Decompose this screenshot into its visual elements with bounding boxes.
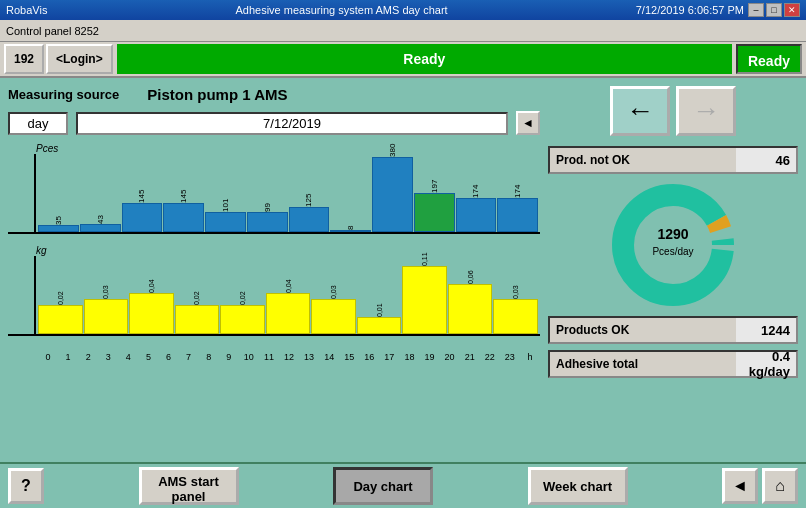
kg-bar-label: 0,03 bbox=[102, 277, 109, 299]
kg-bar-group: 0,06 bbox=[448, 262, 493, 335]
x-axis-label: 5 bbox=[138, 352, 158, 362]
maximize-button[interactable]: □ bbox=[766, 3, 782, 17]
kg-bar-group: 0,02 bbox=[220, 283, 265, 334]
x-axis-label: 16 bbox=[359, 352, 379, 362]
help-button[interactable]: ? bbox=[8, 468, 44, 504]
footer: ? AMS startpanel Day chart Week chart ◄ … bbox=[0, 462, 806, 508]
pces-bars-container: 3543145145101991258380197174174 bbox=[36, 154, 540, 234]
pces-bar-group: 99 bbox=[247, 190, 288, 232]
title-bar: RobaVis Adhesive measuring system AMS da… bbox=[0, 0, 806, 20]
kg-bar-group: 0,01 bbox=[357, 295, 402, 334]
pces-bar bbox=[38, 225, 79, 232]
date-prev-button[interactable]: ◄ bbox=[516, 111, 540, 135]
svg-text:Pces/day: Pces/day bbox=[652, 246, 693, 257]
pces-bar-label: 101 bbox=[221, 190, 230, 212]
kg-chart: 0,020,030,040,020,020,040,030,010,110,06… bbox=[8, 256, 540, 346]
pces-bar-group: 145 bbox=[163, 181, 204, 232]
svg-text:1290: 1290 bbox=[657, 226, 688, 242]
source-row: Measuring source Piston pump 1 AMS bbox=[8, 86, 540, 103]
products-ok-row: Products OK 1244 bbox=[548, 316, 798, 344]
kg-bar bbox=[311, 299, 356, 334]
kg-bar-group: 0,03 bbox=[493, 277, 538, 334]
nav-left-button[interactable]: ← bbox=[610, 86, 670, 136]
pces-bar bbox=[456, 198, 497, 232]
ams-start-button[interactable]: AMS startpanel bbox=[139, 467, 239, 505]
x-axis-label: 17 bbox=[379, 352, 399, 362]
pces-bar bbox=[80, 224, 121, 232]
pces-bar-label: 145 bbox=[179, 181, 188, 203]
minimize-button[interactable]: – bbox=[748, 3, 764, 17]
ready-status: Ready bbox=[736, 44, 802, 74]
x-axis-label: 9 bbox=[219, 352, 239, 362]
kg-bar-group: 0,03 bbox=[311, 277, 356, 334]
period-label: day bbox=[8, 112, 68, 135]
login-button[interactable]: <Login> bbox=[46, 44, 113, 74]
window-controls: – □ ✕ bbox=[748, 3, 800, 17]
donut-chart: 1290 Pces/day bbox=[548, 180, 798, 310]
pces-bar-group: 380 bbox=[372, 135, 413, 232]
close-button[interactable]: ✕ bbox=[784, 3, 800, 17]
x-axis-label: 1 bbox=[58, 352, 78, 362]
pces-y-label: Pces bbox=[36, 143, 540, 154]
nav-home-button[interactable]: ⌂ bbox=[762, 468, 798, 504]
date-row: day 7/12/2019 ◄ bbox=[8, 111, 540, 135]
x-axis-label: 13 bbox=[299, 352, 319, 362]
x-axis-label: 19 bbox=[419, 352, 439, 362]
kg-bar-group: 0,11 bbox=[402, 244, 447, 334]
pces-bar bbox=[330, 230, 371, 232]
pces-bar-label: 99 bbox=[263, 190, 272, 212]
kg-bar-label: 0,04 bbox=[148, 271, 155, 293]
donut-svg: 1290 Pces/day bbox=[603, 175, 743, 315]
nav-right-button[interactable]: → bbox=[676, 86, 736, 136]
pces-bar-label: 145 bbox=[137, 181, 146, 203]
kg-bar-label: 0,02 bbox=[57, 283, 64, 305]
kg-bar-group: 0,03 bbox=[84, 277, 129, 334]
week-chart-button[interactable]: Week chart bbox=[528, 467, 628, 505]
kg-bar-group: 0,02 bbox=[38, 283, 83, 334]
date-field[interactable]: 7/12/2019 bbox=[76, 112, 508, 135]
x-axis-label: 22 bbox=[480, 352, 500, 362]
pces-bar-label: 35 bbox=[54, 203, 63, 225]
x-axis-label: 21 bbox=[460, 352, 480, 362]
kg-bar bbox=[38, 305, 83, 334]
main-area: Measuring source Piston pump 1 AMS day 7… bbox=[0, 78, 806, 462]
kg-bar-group: 0,02 bbox=[175, 283, 220, 334]
nav-buttons: ← → bbox=[548, 86, 798, 136]
kg-bar-label: 0,04 bbox=[285, 271, 292, 293]
prod-not-ok-value: 46 bbox=[736, 148, 796, 172]
x-axis-label: 15 bbox=[339, 352, 359, 362]
x-axis-label: 0 bbox=[38, 352, 58, 362]
x-axis-label: 2 bbox=[78, 352, 98, 362]
pces-bar-label: 380 bbox=[388, 135, 397, 157]
adhesive-label: Adhesive total bbox=[550, 355, 736, 373]
number-button[interactable]: 192 bbox=[4, 44, 44, 74]
pces-bar-group: 145 bbox=[122, 181, 163, 232]
kg-bar-label: 0,02 bbox=[239, 283, 246, 305]
x-axis-label: 10 bbox=[239, 352, 259, 362]
kg-bar-label: 0,03 bbox=[512, 277, 519, 299]
pces-bar bbox=[205, 212, 246, 232]
left-panel: Measuring source Piston pump 1 AMS day 7… bbox=[8, 86, 540, 454]
day-chart-button[interactable]: Day chart bbox=[333, 467, 433, 505]
pces-bar bbox=[163, 203, 204, 232]
pces-bar-group: 43 bbox=[80, 202, 121, 232]
pces-chart: 3543145145101991258380197174174 bbox=[8, 154, 540, 239]
source-title: Piston pump 1 AMS bbox=[147, 86, 287, 103]
x-axis-label: 11 bbox=[259, 352, 279, 362]
pces-bar bbox=[247, 212, 288, 232]
kg-bar bbox=[402, 266, 447, 334]
pces-bar-label: 125 bbox=[304, 185, 313, 207]
kg-bars-container: 0,020,030,040,020,020,040,030,010,110,06… bbox=[36, 256, 540, 336]
pces-bar-group: 8 bbox=[330, 208, 371, 232]
kg-bar-group: 0,04 bbox=[129, 271, 174, 334]
kg-bar bbox=[357, 317, 402, 334]
kg-bar-label: 0,11 bbox=[421, 244, 428, 266]
kg-bar bbox=[448, 284, 493, 335]
x-axis-label: 8 bbox=[199, 352, 219, 362]
nav-back-button[interactable]: ◄ bbox=[722, 468, 758, 504]
x-axis-label: 12 bbox=[279, 352, 299, 362]
footer-nav: ◄ ⌂ bbox=[722, 468, 798, 504]
kg-bar bbox=[175, 305, 220, 334]
kg-bar-label: 0,02 bbox=[193, 283, 200, 305]
control-panel-label: Control panel 8252 bbox=[6, 25, 99, 37]
